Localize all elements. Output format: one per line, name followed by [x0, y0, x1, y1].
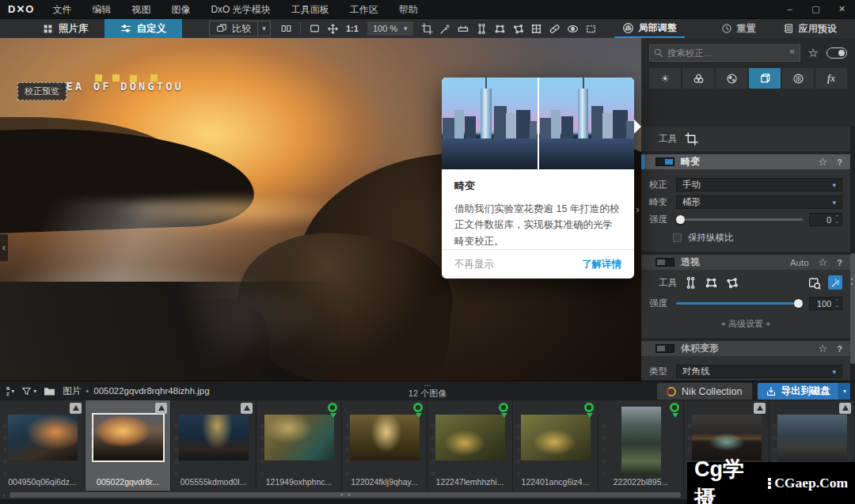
reset-button[interactable]: 重置 — [713, 19, 764, 38]
help-icon[interactable]: ? — [837, 258, 842, 267]
crop-tool-icon[interactable] — [418, 19, 436, 38]
star-rating[interactable] — [515, 419, 521, 478]
horizon-tool-icon[interactable] — [454, 19, 473, 38]
thumbnail-image[interactable] — [179, 415, 249, 460]
star-rating[interactable] — [88, 419, 93, 478]
thumbnail-image[interactable] — [8, 415, 78, 460]
export-to-disk-button[interactable]: 导出到磁盘 ▾ — [758, 383, 851, 400]
minimize-button[interactable]: – — [777, 0, 803, 18]
breadcrumb[interactable]: 图片 • 005022gqvdr8rqhr48izhh.jpg — [63, 385, 209, 397]
star-rating[interactable] — [2, 419, 8, 478]
favorite-star-icon[interactable]: ☆ — [819, 343, 828, 354]
menu-item[interactable]: 文件 — [42, 0, 82, 19]
maximize-button[interactable]: ▢ — [803, 0, 829, 18]
thumbnail-cell[interactable]: 122024fklj9qhay... — [342, 400, 428, 491]
red-eye-tool-icon[interactable] — [564, 19, 582, 38]
perspective-intensity-value[interactable]: 100 ⌃⌄ — [809, 297, 842, 310]
perspective-advanced-settings[interactable]: + 高级设置 + — [649, 314, 842, 332]
scroll-left-arrow[interactable]: ‹ — [0, 491, 9, 499]
reshape-grid-tool-icon[interactable] — [527, 19, 545, 38]
perspective-section-header[interactable]: 透视 Auto ☆ ? — [641, 255, 850, 270]
perspective-toggle[interactable] — [656, 258, 674, 267]
tab-geometry[interactable] — [749, 68, 781, 89]
distortion-mode-select[interactable]: 桶形 ▾ — [676, 195, 842, 209]
thumbnail-cell[interactable]: 222022bl895... — [598, 400, 684, 491]
volume-type-select[interactable]: 对角线 ▾ — [676, 365, 842, 378]
thumbnail-cell[interactable]: 121949oxhphnc... — [256, 400, 342, 491]
volume-section-header[interactable]: 体积变形 ☆ ? — [641, 341, 850, 356]
menu-item[interactable]: 视图 — [121, 0, 161, 19]
search-clear-icon[interactable]: ✕ — [788, 47, 795, 56]
menu-item[interactable]: 工具面板 — [281, 0, 340, 19]
distortion-section-header[interactable]: 畸变 ☆ ? — [641, 154, 850, 169]
perspective-intensity-slider[interactable] — [676, 297, 803, 310]
zoom-1to1-button[interactable]: 1:1 — [342, 24, 363, 33]
rectangle-perspective-tool-icon[interactable] — [491, 19, 509, 38]
menu-item[interactable]: 图像 — [161, 0, 200, 19]
tab-detail[interactable] — [716, 68, 747, 89]
thumbnail-image[interactable] — [521, 415, 591, 460]
star-rating[interactable] — [259, 419, 264, 478]
compare-dropdown[interactable]: ▾ — [257, 21, 270, 36]
apply-preset-button[interactable]: 应用预设 — [775, 19, 845, 38]
export-dropdown[interactable]: ▾ — [838, 383, 850, 400]
tab-fx[interactable]: fx — [815, 68, 847, 89]
thumbnail-image[interactable] — [435, 415, 505, 460]
correction-select[interactable]: 手动 ▾ — [676, 178, 842, 191]
rectangle-perspective-tool-icon[interactable] — [705, 276, 718, 290]
tab-customize[interactable]: 自定义 — [104, 19, 183, 38]
menu-item[interactable]: DxO 光学模块 — [200, 0, 280, 19]
pan-move-icon[interactable] — [324, 19, 342, 38]
sort-button[interactable]: az ▾ — [6, 385, 14, 396]
help-icon[interactable]: ? — [837, 157, 842, 167]
compare-button[interactable]: 比较 — [210, 21, 257, 36]
left-collapse-handle[interactable]: ‹ — [0, 234, 8, 261]
tab-local-adjust[interactable] — [782, 68, 814, 89]
stepper-icon[interactable]: ⌃⌄ — [834, 300, 839, 307]
distortion-toggle[interactable] — [656, 157, 674, 166]
panel-scrollbar[interactable] — [850, 127, 855, 381]
zoom-level-dropdown[interactable]: 100 % ▾ — [367, 21, 413, 36]
thumbnail-image[interactable] — [692, 415, 762, 460]
favorites-filter-icon[interactable]: ☆ — [808, 46, 819, 60]
stepper-icon[interactable]: ⌃⌄ — [834, 216, 839, 223]
preview-loupe-icon[interactable] — [808, 276, 821, 290]
thumbnail-cell[interactable]: 005022gqvdr8r... — [86, 400, 171, 491]
tab-photo-library[interactable]: 照片库 — [27, 19, 104, 38]
menu-item[interactable]: 帮助 — [389, 0, 428, 19]
thumbnail-cell[interactable]: 004950q06qi6dz... — [0, 400, 86, 491]
tab-light[interactable]: ☀ — [649, 68, 681, 89]
filter-button[interactable]: ▾ — [21, 386, 36, 396]
keep-aspect-checkbox[interactable] — [673, 233, 682, 242]
force-parallel-tool-icon[interactable] — [473, 19, 491, 38]
star-rating[interactable] — [601, 419, 606, 478]
menu-item[interactable]: 编辑 — [82, 0, 121, 19]
distortion-intensity-value[interactable]: 0 ⌃⌄ — [809, 213, 842, 226]
fit-screen-icon[interactable] — [306, 19, 324, 38]
repair-patch-icon[interactable] — [545, 19, 564, 38]
right-panel-collapse-handle[interactable]: › — [634, 198, 641, 222]
white-balance-picker-icon[interactable] — [436, 19, 454, 38]
star-rating[interactable] — [344, 419, 350, 478]
favorite-star-icon[interactable]: ☆ — [819, 256, 828, 268]
thumbnail-image[interactable] — [93, 415, 163, 460]
crop-tool-icon[interactable] — [685, 132, 698, 146]
thumbnail-image[interactable] — [350, 415, 420, 460]
visibility-toggle-icon[interactable] — [826, 47, 847, 59]
selection-dashed-icon[interactable] — [582, 19, 600, 38]
close-button[interactable]: ✕ — [829, 0, 855, 18]
local-adjustments-button[interactable]: 局部调整 — [614, 19, 685, 38]
star-rating[interactable] — [173, 419, 179, 478]
thumbnail-image[interactable] — [621, 407, 661, 475]
dont-show-again-button[interactable]: 不再显示 — [454, 258, 494, 271]
search-input[interactable] — [649, 44, 800, 62]
window-edge-handle[interactable]: •• — [851, 277, 853, 286]
distortion-intensity-slider[interactable] — [676, 214, 803, 226]
thumbnail-cell[interactable]: 122247lemhhzhi... — [428, 400, 513, 491]
thumbnail-cell[interactable]: 005555kdmod0l... — [171, 400, 256, 491]
free-perspective-tool-icon[interactable] — [509, 19, 527, 38]
force-parallel-tool-icon[interactable] — [684, 276, 697, 290]
auto-magic-wand-button[interactable] — [828, 275, 842, 290]
menu-item[interactable]: 工作区 — [340, 0, 389, 19]
volume-toggle[interactable] — [656, 344, 674, 353]
